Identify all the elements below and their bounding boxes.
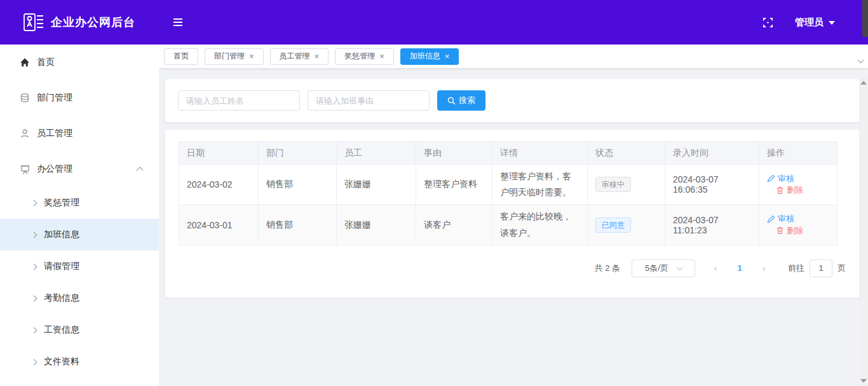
chevron-down-icon (676, 264, 682, 270)
col-reason: 事由 (416, 142, 492, 165)
cell-department: 销售部 (259, 205, 337, 245)
window-scrollbar-thumb[interactable] (862, 0, 868, 37)
chevron-up-icon (136, 167, 143, 174)
sidebar-subitem-rewards[interactable]: 奖惩管理 (0, 187, 159, 219)
tab-departments[interactable]: 部门管理 × (205, 48, 264, 65)
pen-icon (767, 174, 775, 183)
database-icon (19, 92, 31, 104)
sidebar-subitem-label: 考勤信息 (44, 293, 79, 304)
tab-label: 员工管理 (280, 51, 310, 62)
overtime-reason-input[interactable] (308, 90, 430, 111)
close-icon[interactable]: × (249, 52, 254, 60)
search-button-label: 搜索 (459, 95, 475, 106)
sidebar-item-label: 员工管理 (37, 128, 72, 139)
sidebar-subitem-leave[interactable]: 请假管理 (0, 251, 159, 282)
sidebar-item-employees[interactable]: 员工管理 (0, 116, 159, 151)
cell-date: 2024-03-01 (179, 205, 259, 245)
close-icon[interactable]: × (445, 52, 450, 60)
tab-rewards[interactable]: 奖惩管理 × (335, 48, 394, 65)
user-menu[interactable]: 管理员 (795, 17, 835, 29)
prev-page-button[interactable]: ‹ (707, 263, 724, 273)
cell-status: 审核中 (588, 165, 665, 205)
app-logo: 企业办公网后台 (0, 12, 159, 32)
tab-label: 首页 (173, 51, 189, 62)
chevron-right-icon (31, 327, 37, 333)
sidebar-subitem-label: 工资信息 (44, 324, 79, 336)
sidebar-subitem-label: 请假管理 (44, 261, 79, 272)
cell-actions: 审核 删除 (759, 205, 837, 245)
page-size-select[interactable]: 5条/页 (632, 259, 695, 277)
audit-button[interactable]: 审核 (767, 213, 794, 224)
tabbar-chevron-down-icon[interactable] (858, 53, 863, 65)
table-row: 2024-03-02 销售部 张姗姗 整理客户资料 整理客户资料，客户明天临时需… (179, 165, 837, 205)
tab-home[interactable]: 首页 (164, 48, 198, 65)
tab-label: 奖惩管理 (344, 51, 375, 62)
delete-button[interactable]: 删除 (776, 225, 803, 237)
tabbar: 首页 部门管理 × 员工管理 × 奖惩管理 × 加班信息 × (159, 45, 868, 69)
chevron-right-icon (31, 359, 37, 365)
col-date: 日期 (179, 142, 259, 165)
search-button[interactable]: 搜索 (437, 90, 485, 111)
pagination-total: 共 2 条 (595, 263, 620, 274)
sidebar-item-label: 办公管理 (37, 163, 72, 175)
audit-button[interactable]: 审核 (767, 173, 794, 184)
cell-detail: 客户来的比较晚，谈客户。 (492, 205, 588, 245)
cell-entry-time: 2024-03-07 16:06:35 (665, 165, 759, 205)
scroll-up-icon[interactable] (860, 81, 867, 85)
goto-page-input[interactable] (810, 259, 832, 277)
sidebar-subitem-files[interactable]: 文件资料 (0, 346, 159, 378)
employee-name-input[interactable] (178, 90, 300, 111)
col-department: 部门 (259, 142, 337, 165)
scroll-down-icon[interactable] (860, 379, 867, 383)
tab-label: 部门管理 (214, 51, 245, 62)
cell-actions: 审核 删除 (759, 165, 837, 205)
trash-icon (776, 186, 784, 195)
col-entry-time: 录入时间 (665, 142, 759, 165)
app-header: 企业办公网后台 管理员 (0, 0, 868, 45)
page-unit-label: 页 (837, 263, 846, 274)
col-status: 状态 (588, 142, 665, 165)
sidebar-item-home[interactable]: 首页 (0, 45, 159, 80)
sidebar-subitem-label: 加班信息 (44, 229, 79, 240)
sidebar-item-label: 首页 (37, 57, 55, 68)
caret-down-icon (829, 21, 835, 25)
cell-date: 2024-03-02 (179, 165, 259, 205)
app-logo-icon (23, 12, 44, 32)
current-page[interactable]: 1 (731, 263, 749, 273)
cell-reason: 谈客户 (416, 205, 492, 245)
sidebar-subitem-attendance[interactable]: 考勤信息 (0, 282, 159, 314)
home-icon (19, 57, 31, 68)
delete-button[interactable]: 删除 (776, 184, 803, 196)
close-icon[interactable]: × (379, 52, 384, 60)
table-row: 2024-03-01 销售部 张姗姗 谈客户 客户来的比较晚，谈客户。 已同意 … (179, 205, 837, 245)
user-name: 管理员 (795, 17, 824, 29)
pen-icon (767, 215, 775, 223)
sidebar-item-departments[interactable]: 部门管理 (0, 80, 159, 116)
table-header-row: 日期 部门 员工 事由 详情 状态 录入时间 操作 (179, 142, 837, 165)
chevron-right-icon (31, 295, 37, 301)
tab-label: 加班信息 (410, 51, 440, 62)
sidebar-subitem-overtime[interactable]: 加班信息 (0, 219, 159, 251)
tab-overtime[interactable]: 加班信息 × (400, 48, 459, 65)
fullscreen-icon[interactable] (763, 17, 773, 28)
status-badge: 已同意 (595, 217, 631, 233)
col-employee: 员工 (337, 142, 416, 165)
goto-label: 前往 (788, 263, 804, 274)
sidebar-subitem-salary[interactable]: 工资信息 (0, 314, 159, 346)
col-actions: 操作 (759, 142, 837, 165)
sidebar-item-office[interactable]: 办公管理 (0, 151, 159, 187)
content-scrollbar[interactable] (859, 78, 868, 386)
overtime-table: 日期 部门 员工 事由 详情 状态 录入时间 操作 2024-03-02 销售部 (179, 141, 837, 245)
board-icon (19, 163, 31, 175)
sidebar-fold-icon[interactable] (173, 18, 183, 27)
pagination: 共 2 条 5条/页 ‹ 1 › 前往 页 (179, 259, 846, 277)
cell-employee: 张姗姗 (337, 165, 416, 205)
app-title: 企业办公网后台 (51, 15, 135, 30)
next-page-button[interactable]: › (755, 263, 773, 273)
status-badge: 审核中 (595, 177, 631, 192)
close-icon[interactable]: × (315, 52, 320, 60)
trash-icon (776, 226, 784, 235)
tab-employees[interactable]: 员工管理 × (270, 48, 329, 65)
cell-detail: 整理客户资料，客户明天临时需要。 (492, 165, 588, 205)
cell-status: 已同意 (588, 205, 665, 245)
